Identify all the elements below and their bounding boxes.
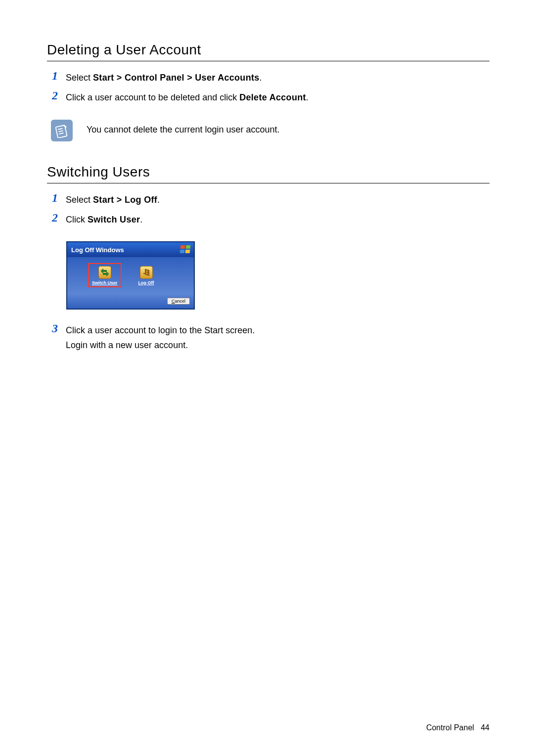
step-prefix: Click [66, 215, 88, 224]
note-block: You cannot delete the current login user… [51, 120, 490, 141]
steps-list-3: 3 Click a user account to login to the S… [52, 323, 490, 353]
svg-line-1 [58, 129, 62, 130]
step-text: Click Switch User. [66, 212, 142, 227]
svg-line-3 [59, 133, 63, 134]
step-prefix: Select [66, 195, 93, 205]
heading-switching: Switching Users [47, 164, 490, 180]
step-number: 1 [52, 192, 66, 203]
step-item: 2 Click Switch User. [52, 212, 490, 227]
step-suffix: . [140, 215, 142, 224]
footer-section: Control Panel [426, 723, 474, 732]
logoff-dialog: Log Off Windows Switch User [67, 242, 194, 309]
step-item: 3 Click a user account to login to the S… [52, 323, 490, 353]
note-icon [51, 120, 73, 141]
step-text: Click a user account to login to the Sta… [66, 323, 255, 353]
step-number: 2 [52, 90, 66, 101]
logoff-label: Log Off [138, 280, 154, 285]
dialog-title: Log Off Windows [71, 246, 124, 254]
step-bold: Switch User [88, 215, 140, 224]
footer-page: 44 [481, 723, 490, 732]
cancel-rest: ancel [175, 299, 185, 304]
step-prefix: Click a user account to be deleted and c… [66, 92, 239, 102]
dialog-titlebar: Log Off Windows [67, 242, 194, 257]
divider [47, 61, 490, 61]
step-item: 2 Click a user account to be deleted and… [52, 90, 490, 105]
logoff-button[interactable]: Log Off [138, 266, 154, 285]
step-suffix: . [306, 92, 309, 102]
step-item: 1 Select Start > Control Panel > User Ac… [52, 70, 490, 85]
divider [47, 183, 490, 183]
logoff-icon [140, 266, 153, 279]
step-text: Select Start > Log Off. [66, 192, 160, 207]
dialog-body: Switch User Log Off [67, 257, 194, 294]
step-suffix: . [157, 195, 160, 205]
step-bold: Start > Log Off [93, 195, 157, 205]
step-number: 1 [52, 70, 66, 81]
switch-user-icon [98, 266, 111, 279]
steps-list-2: 1 Select Start > Log Off. 2 Click Switch… [52, 192, 490, 227]
steps-list-1: 1 Select Start > Control Panel > User Ac… [52, 70, 490, 105]
svg-line-2 [58, 131, 63, 132]
step-bold: Start > Control Panel > User Accounts [93, 73, 260, 83]
step-number: 3 [52, 323, 66, 334]
page-footer: Control Panel 44 [426, 723, 490, 732]
step-bold: Delete Account [239, 92, 306, 102]
step-text: Select Start > Control Panel > User Acco… [66, 70, 262, 85]
cancel-button[interactable]: Cancel [167, 298, 190, 305]
step-line-2: Login with a new user account. [66, 338, 255, 353]
step-prefix: Select [66, 73, 93, 83]
heading-deleting: Deleting a User Account [47, 42, 490, 58]
dialog-footer: Cancel [67, 294, 194, 309]
note-text: You cannot delete the current login user… [87, 120, 280, 135]
windows-flag-icon [180, 245, 191, 254]
step-suffix: . [260, 73, 262, 83]
switch-user-highlight: Switch User [88, 263, 122, 287]
switch-user-label: Switch User [92, 280, 118, 285]
step-number: 2 [52, 212, 66, 223]
step-line-1: Click a user account to login to the Sta… [66, 323, 255, 338]
svg-point-4 [147, 272, 148, 273]
step-item: 1 Select Start > Log Off. [52, 192, 490, 207]
step-text: Click a user account to be deleted and c… [66, 90, 309, 105]
switch-user-button[interactable]: Switch User [92, 266, 118, 285]
